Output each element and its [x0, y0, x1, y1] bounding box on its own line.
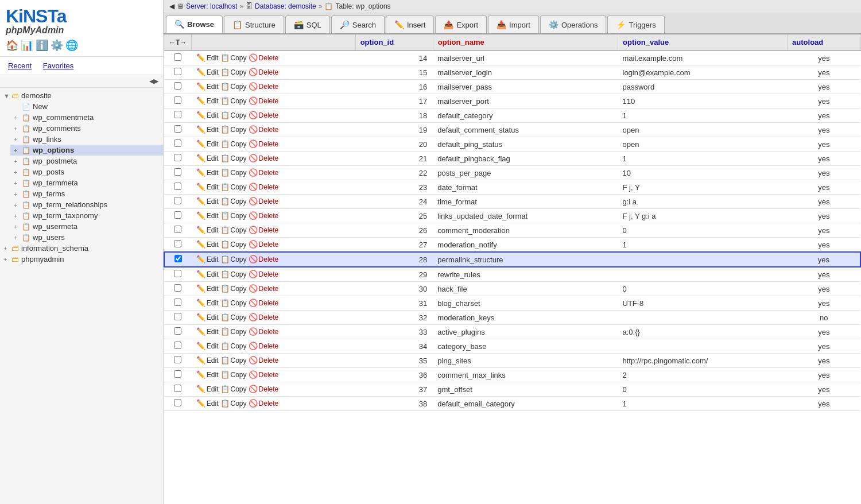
delete-button[interactable]: 🚫 Delete: [249, 183, 279, 191]
copy-button[interactable]: 📋 Copy: [220, 68, 247, 76]
tree-new[interactable]: 📄 New: [10, 101, 163, 112]
chart-icon[interactable]: 📊: [21, 39, 33, 52]
tree-db-information-schema[interactable]: + 🗃 information_schema: [0, 243, 163, 254]
row-checkbox[interactable]: [174, 255, 182, 262]
tree-wp-options[interactable]: + 📋 wp_options: [10, 145, 163, 156]
copy-button[interactable]: 📋 Copy: [220, 111, 247, 119]
edit-button[interactable]: ✏️ Edit: [196, 68, 219, 76]
sidebar-nav-favorites[interactable]: Favorites: [41, 60, 76, 71]
copy-button[interactable]: 📋 Copy: [220, 385, 247, 393]
copy-button[interactable]: 📋 Copy: [220, 298, 247, 307]
tree-wp-termmeta[interactable]: + 📋 wp_termmeta: [10, 177, 163, 188]
delete-button[interactable]: 🚫 Delete: [249, 284, 279, 293]
row-checkbox[interactable]: [174, 139, 181, 147]
copy-button[interactable]: 📋 Copy: [220, 270, 247, 278]
edit-button[interactable]: ✏️ Edit: [196, 240, 219, 249]
edit-button[interactable]: ✏️ Edit: [196, 82, 219, 91]
copy-button[interactable]: 📋 Copy: [220, 183, 247, 191]
row-checkbox[interactable]: [174, 385, 181, 392]
header-option-name[interactable]: option_name: [433, 34, 618, 51]
tab-export[interactable]: 📤 Export: [435, 15, 487, 33]
copy-button[interactable]: 📋 Copy: [220, 82, 247, 91]
row-checkbox[interactable]: [174, 154, 181, 161]
row-checkbox[interactable]: [174, 197, 181, 204]
copy-button[interactable]: 📋 Copy: [220, 154, 247, 162]
copy-button[interactable]: 📋 Copy: [220, 240, 247, 249]
tree-wp-posts[interactable]: + 📋 wp_posts: [10, 166, 163, 177]
globe-icon[interactable]: 🌐: [65, 39, 78, 52]
delete-button[interactable]: 🚫 Delete: [249, 313, 279, 321]
delete-button[interactable]: 🚫 Delete: [249, 125, 279, 134]
tab-insert[interactable]: ✏️ Insert: [386, 15, 435, 33]
delete-button[interactable]: 🚫 Delete: [249, 53, 279, 62]
edit-button[interactable]: ✏️ Edit: [196, 53, 219, 62]
header-option-value[interactable]: option_value: [618, 34, 788, 51]
tree-wp-commentmeta[interactable]: + 📋 wp_commentmeta: [10, 112, 163, 123]
delete-button[interactable]: 🚫 Delete: [249, 298, 279, 307]
delete-button[interactable]: 🚫 Delete: [249, 370, 279, 379]
delete-button[interactable]: 🚫 Delete: [249, 342, 279, 350]
breadcrumb-back-arrow[interactable]: ◀: [169, 2, 174, 10]
delete-button[interactable]: 🚫 Delete: [249, 96, 279, 105]
edit-button[interactable]: ✏️ Edit: [196, 183, 219, 191]
edit-button[interactable]: ✏️ Edit: [196, 327, 219, 336]
copy-button[interactable]: 📋 Copy: [220, 313, 247, 321]
delete-button[interactable]: 🚫 Delete: [249, 226, 279, 234]
row-checkbox[interactable]: [174, 111, 181, 118]
edit-button[interactable]: ✏️ Edit: [196, 298, 219, 307]
info-icon[interactable]: ℹ️: [36, 39, 48, 52]
row-checkbox[interactable]: [174, 399, 181, 406]
edit-button[interactable]: ✏️ Edit: [196, 342, 219, 350]
edit-button[interactable]: ✏️ Edit: [196, 211, 219, 220]
settings-icon[interactable]: ⚙️: [51, 39, 63, 52]
copy-button[interactable]: 📋 Copy: [220, 197, 247, 206]
tree-db-phpmyadmin[interactable]: + 🗃 phpmyadmin: [0, 254, 163, 265]
row-checkbox[interactable]: [174, 53, 181, 61]
edit-button[interactable]: ✏️ Edit: [196, 385, 219, 393]
tree-wp-users[interactable]: + 📋 wp_users: [10, 232, 163, 243]
tree-wp-term-relationships[interactable]: + 📋 wp_term_relationships: [10, 199, 163, 210]
copy-button[interactable]: 📋 Copy: [220, 370, 247, 379]
copy-button[interactable]: 📋 Copy: [220, 255, 247, 263]
breadcrumb-database[interactable]: Database: demosite: [255, 2, 316, 10]
delete-button[interactable]: 🚫 Delete: [249, 82, 279, 91]
row-checkbox[interactable]: [174, 313, 181, 320]
row-checkbox[interactable]: [174, 68, 181, 75]
delete-button[interactable]: 🚫 Delete: [249, 255, 279, 263]
delete-button[interactable]: 🚫 Delete: [249, 139, 279, 148]
copy-button[interactable]: 📋 Copy: [220, 53, 247, 62]
edit-button[interactable]: ✏️ Edit: [196, 139, 219, 148]
tree-wp-term-taxonomy[interactable]: + 📋 wp_term_taxonomy: [10, 210, 163, 221]
delete-button[interactable]: 🚫 Delete: [249, 168, 279, 177]
row-checkbox[interactable]: [174, 342, 181, 349]
row-checkbox[interactable]: [174, 125, 181, 133]
breadcrumb-server[interactable]: Server: localhost: [186, 2, 237, 10]
copy-button[interactable]: 📋 Copy: [220, 125, 247, 134]
tab-structure[interactable]: 📋 Structure: [224, 15, 284, 33]
row-checkbox[interactable]: [174, 211, 181, 219]
edit-button[interactable]: ✏️ Edit: [196, 226, 219, 234]
row-checkbox[interactable]: [174, 168, 181, 176]
tree-wp-comments[interactable]: + 📋 wp_comments: [10, 123, 163, 134]
delete-button[interactable]: 🚫 Delete: [249, 356, 279, 365]
tree-wp-terms[interactable]: + 📋 wp_terms: [10, 188, 163, 199]
row-checkbox[interactable]: [174, 327, 181, 335]
copy-button[interactable]: 📋 Copy: [220, 356, 247, 365]
header-option-id[interactable]: option_id: [355, 34, 433, 51]
header-autoload[interactable]: autoload: [788, 34, 860, 51]
edit-button[interactable]: ✏️ Edit: [196, 270, 219, 278]
edit-button[interactable]: ✏️ Edit: [196, 370, 219, 379]
delete-button[interactable]: 🚫 Delete: [249, 154, 279, 162]
row-checkbox[interactable]: [174, 298, 181, 306]
copy-button[interactable]: 📋 Copy: [220, 284, 247, 293]
tab-browse[interactable]: 🔍 Browse: [166, 15, 223, 33]
row-checkbox[interactable]: [174, 96, 181, 104]
delete-button[interactable]: 🚫 Delete: [249, 240, 279, 249]
tab-operations[interactable]: ⚙️ Operations: [540, 15, 607, 33]
home-icon[interactable]: 🏠: [6, 39, 18, 52]
row-checkbox[interactable]: [174, 183, 181, 190]
row-checkbox[interactable]: [174, 240, 181, 247]
edit-button[interactable]: ✏️ Edit: [196, 356, 219, 365]
delete-button[interactable]: 🚫 Delete: [249, 327, 279, 336]
edit-button[interactable]: ✏️ Edit: [196, 197, 219, 206]
